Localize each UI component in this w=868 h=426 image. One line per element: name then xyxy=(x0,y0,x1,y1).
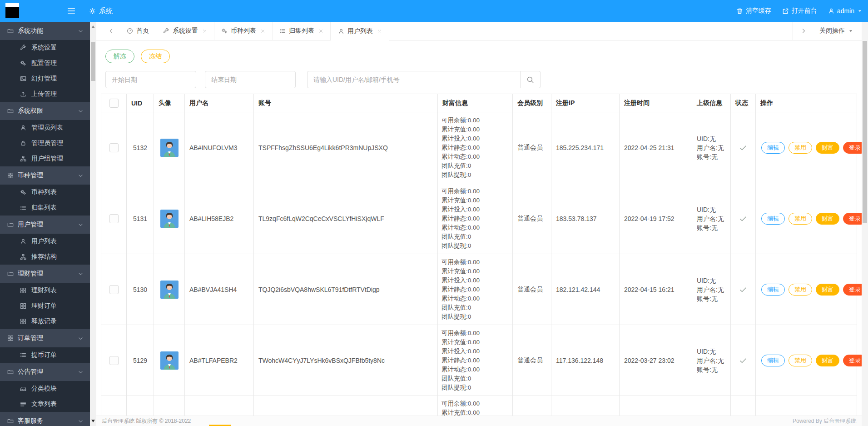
disable-button[interactable]: 禁用 xyxy=(789,213,812,225)
login-button[interactable]: 登录 xyxy=(843,142,862,154)
close-icon[interactable] xyxy=(318,29,323,34)
select-all-cell xyxy=(101,94,127,112)
cell-account: TSPFFhsgZhSSU6Eg4Likk6tPR3mNUpJSXQ xyxy=(254,112,438,183)
user-icon xyxy=(338,28,344,35)
caret-down-icon xyxy=(848,28,853,34)
sidebar-item-系统设置[interactable]: 系统设置 xyxy=(0,40,90,55)
list-icon xyxy=(20,352,26,358)
sidebar-section-理财管理[interactable]: 理财管理 xyxy=(0,265,90,283)
sidebar-item-管理员列表[interactable]: 管理员列表 xyxy=(0,120,90,135)
edit-button[interactable]: 编辑 xyxy=(761,213,785,225)
tab-币种列表[interactable]: 币种列表 xyxy=(214,22,273,40)
wealth-button[interactable]: 财富 xyxy=(816,284,839,296)
open-frontend-button[interactable]: 打开前台 xyxy=(782,7,817,15)
column-header-操作: 操作 xyxy=(756,94,857,112)
wealth-button[interactable]: 财富 xyxy=(816,142,839,154)
sidebar-item-提币订单[interactable]: 提币订单 xyxy=(0,347,90,363)
chevron-down-icon xyxy=(78,336,84,341)
disable-button[interactable]: 禁用 xyxy=(789,284,812,296)
row-checkbox[interactable] xyxy=(109,143,119,152)
cell-register-time: 2022-03-27 23:02 xyxy=(620,325,692,396)
sidebar-section-用户管理[interactable]: 用户管理 xyxy=(0,216,90,234)
cell-account: TQJQ2i6sbVQA8hwSKL6T91fDtfRTVtDigp xyxy=(254,254,438,325)
sidebar-section-公告管理[interactable]: 公告管理 xyxy=(0,363,90,381)
sidebar-item-幻灯管理[interactable]: 幻灯管理 xyxy=(0,71,90,86)
sidebar-scrollbar[interactable] xyxy=(90,22,96,426)
close-operations-dropdown[interactable]: 关闭操作 xyxy=(814,27,862,35)
row-checkbox[interactable] xyxy=(109,356,119,365)
cell-register-ip: 185.225.234.171 xyxy=(551,112,620,183)
sidebar-item-上传管理[interactable]: 上传管理 xyxy=(0,86,90,102)
freeze-button[interactable]: 冻结 xyxy=(141,50,170,63)
sidebar-toggle-icon[interactable] xyxy=(66,6,76,15)
search-input[interactable] xyxy=(307,71,521,88)
sidebar-item-用户列表[interactable]: 用户列表 xyxy=(0,234,90,249)
app-logo[interactable] xyxy=(5,3,19,18)
sidebar-item-理财订单[interactable]: 理财订单 xyxy=(0,298,90,314)
disable-button[interactable]: 禁用 xyxy=(789,142,812,154)
tab-首页[interactable]: 首页 xyxy=(120,22,156,40)
list-icon xyxy=(279,28,286,34)
cell-username: AB#BVJA41SH4 xyxy=(185,254,254,325)
avatar xyxy=(160,281,179,299)
page-scrollbar[interactable] xyxy=(862,22,868,426)
login-button[interactable]: 登录 xyxy=(843,355,862,366)
tab-系统设置[interactable]: 系统设置 xyxy=(156,22,214,40)
sidebar-item-推荐结构[interactable]: 推荐结构 xyxy=(0,249,90,265)
admin-dropdown[interactable]: admin xyxy=(828,7,863,15)
disable-button[interactable]: 禁用 xyxy=(789,355,812,366)
row-checkbox[interactable] xyxy=(109,214,119,223)
tabs-scroll-right-icon[interactable] xyxy=(793,28,814,34)
end-date-input[interactable] xyxy=(205,71,296,88)
edit-button[interactable]: 编辑 xyxy=(761,355,785,366)
sidebar-item-分类模块[interactable]: 分类模块 xyxy=(0,381,90,396)
sidebar-section-订单管理[interactable]: 订单管理 xyxy=(0,329,90,347)
login-button[interactable]: 登录 xyxy=(843,284,862,296)
cell-wealth: 可用余额:0.00累计充值:0.00累计投入:0.00累计静态:0.00累计动态… xyxy=(438,183,513,254)
sidebar-item-释放记录[interactable]: 释放记录 xyxy=(0,314,90,329)
sidebar-section-系统权限[interactable]: 系统权限 xyxy=(0,102,90,120)
topbar: 系统 清空缓存打开前台admin xyxy=(0,0,868,22)
sidebar-item-管理员管理[interactable]: 管理员管理 xyxy=(0,135,90,151)
wealth-button[interactable]: 财富 xyxy=(816,355,839,366)
edit-button[interactable]: 编辑 xyxy=(761,284,785,296)
gauge-icon xyxy=(127,28,133,34)
clear-cache-button[interactable]: 清空缓存 xyxy=(736,7,771,15)
wealth-button[interactable]: 财富 xyxy=(816,213,839,225)
sidebar-section-客服服务[interactable]: 客服服务 xyxy=(0,412,90,426)
row-checkbox[interactable] xyxy=(109,285,119,294)
edit-button[interactable]: 编辑 xyxy=(761,142,785,154)
search-button[interactable] xyxy=(521,71,541,88)
close-icon[interactable] xyxy=(202,29,207,34)
login-button[interactable]: 登录 xyxy=(843,213,862,225)
tab-归集列表[interactable]: 归集列表 xyxy=(273,22,331,40)
column-header-上级信息: 上级信息 xyxy=(692,94,731,112)
select-all-checkbox[interactable] xyxy=(109,99,119,108)
start-date-input[interactable] xyxy=(105,71,196,88)
caret-down-icon xyxy=(857,8,863,14)
sidebar-section-系统功能[interactable]: 系统功能 xyxy=(0,22,90,40)
scroll-up-arrow-icon[interactable] xyxy=(91,24,95,28)
sidebar-item-币种列表[interactable]: 币种列表 xyxy=(0,185,90,200)
sidebar-section-币种管理[interactable]: 币种管理 xyxy=(0,166,90,185)
page-scrollbar-thumb[interactable] xyxy=(863,41,867,223)
close-icon[interactable] xyxy=(377,29,382,34)
sidebar-item-文章列表[interactable]: 文章列表 xyxy=(0,396,90,412)
sidebar-item-用户组管理[interactable]: 用户组管理 xyxy=(0,151,90,166)
unfreeze-button[interactable]: 解冻 xyxy=(105,50,134,63)
scroll-down-arrow-icon[interactable] xyxy=(91,420,95,424)
tab-用户列表[interactable]: 用户列表 xyxy=(331,22,389,40)
tabs-scroll-left-icon[interactable] xyxy=(96,22,120,40)
sidebar-menu: 系统功能系统设置配置管理幻灯管理上传管理系统权限管理员列表管理员管理用户组管理币… xyxy=(0,22,90,426)
chevron-down-icon xyxy=(78,173,84,179)
sidebar-item-配置管理[interactable]: 配置管理 xyxy=(0,55,90,71)
sidebar-item-理财列表[interactable]: 理财列表 xyxy=(0,283,90,298)
cell-superior: UID:无用户名:无账号:无 xyxy=(692,183,731,254)
system-menu[interactable]: 系统 xyxy=(89,7,113,15)
close-icon[interactable] xyxy=(260,29,265,34)
gears-icon xyxy=(20,60,26,66)
sidebar-item-归集列表[interactable]: 归集列表 xyxy=(0,200,90,216)
cell-level: 普通会员 xyxy=(513,254,551,325)
gears-icon xyxy=(221,28,228,34)
sidebar-scrollbar-thumb[interactable] xyxy=(91,42,95,81)
